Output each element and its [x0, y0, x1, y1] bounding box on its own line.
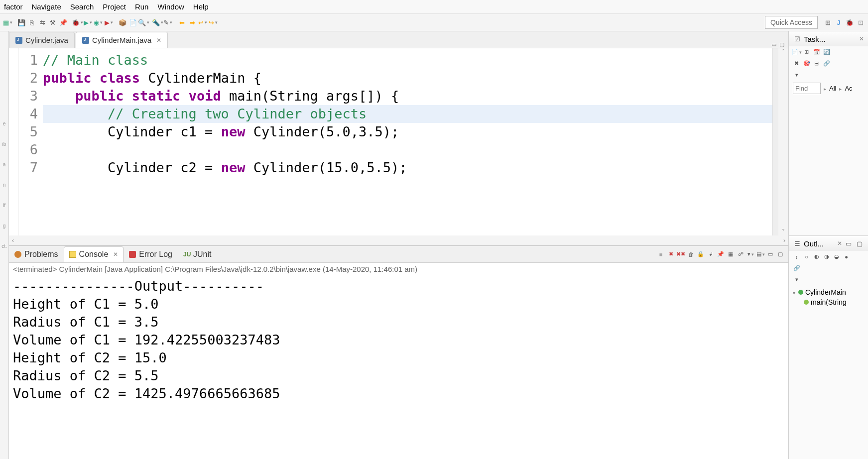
view-menu-icon[interactable]: ▾ — [793, 71, 800, 79]
task-filter-all[interactable]: All — [829, 85, 836, 92]
menu-search[interactable]: Search — [69, 1, 95, 12]
overview-ruler[interactable] — [772, 48, 778, 235]
tab-error-log[interactable]: Error Log — [124, 246, 178, 262]
team-perspective-button[interactable]: ⊡ — [856, 18, 865, 27]
synchronize-button[interactable]: 🔄 — [823, 48, 830, 56]
outline-class-node[interactable]: CylinderMain — [793, 287, 864, 297]
console-output[interactable]: ---------------Output---------- Height o… — [9, 275, 779, 459]
maximize-editor-icon[interactable]: ▢ — [779, 41, 784, 48]
hide-nonpublic-button[interactable]: ◑ — [823, 253, 830, 260]
display-console-icon[interactable]: ☍ — [737, 250, 744, 258]
menu-refactor[interactable]: factor — [3, 1, 24, 12]
remove-launch-icon[interactable]: ✖ — [667, 250, 675, 258]
schedule-button[interactable]: 📅 — [813, 48, 820, 56]
annotation-button[interactable]: ✎ — [163, 18, 172, 27]
nav-forward-button[interactable]: ↪ — [209, 18, 218, 27]
new-console-icon[interactable]: ▤ — [756, 250, 764, 258]
tab-junit[interactable]: JU JUnit — [178, 246, 217, 262]
java-perspective-button[interactable]: J — [834, 18, 843, 27]
sort-button[interactable]: ↕ — [793, 253, 800, 260]
show-console-icon[interactable]: ▦ — [727, 250, 735, 258]
maximize-console-icon[interactable]: ▢ — [776, 250, 784, 258]
console-status-line: <terminated> CylinderMain [Java Applicat… — [9, 263, 788, 275]
menu-navigate[interactable]: Navigate — [31, 1, 62, 12]
outline-method-node[interactable]: main(String — [793, 297, 864, 307]
link-button[interactable]: 🔗 — [823, 60, 830, 67]
hide-completed-button[interactable]: ✖ — [793, 60, 800, 67]
minimize-outline-icon[interactable]: ▭ — [844, 239, 853, 248]
save-button[interactable]: 💾 — [17, 18, 26, 27]
console-scrollbar[interactable] — [779, 275, 788, 459]
back-button[interactable]: ⬅ — [177, 18, 186, 27]
expand-toggle-icon[interactable] — [793, 288, 796, 296]
search-toolbar-button[interactable]: 🔦 — [153, 18, 162, 27]
forward-button[interactable]: ➡ — [188, 18, 197, 27]
tab-console[interactable]: Console ✕ — [64, 246, 124, 262]
toggle-button[interactable]: ⇆ — [38, 18, 47, 27]
hide-local-button[interactable]: ◒ — [833, 253, 840, 260]
error-log-icon — [129, 251, 136, 258]
focus-button[interactable]: 🎯 — [803, 60, 810, 67]
save-all-button[interactable]: ⎘ — [27, 18, 36, 27]
debug-perspective-button[interactable]: 🐞 — [845, 18, 854, 27]
open-perspective-button[interactable]: ⊞ — [823, 18, 832, 27]
task-list-title: Task... — [804, 35, 825, 43]
open-type-button[interactable]: 🔍 — [139, 18, 148, 27]
new-button[interactable]: ▤ — [3, 18, 12, 27]
clear-console-icon[interactable]: 🗑 — [687, 250, 695, 258]
remove-all-icon[interactable]: ✖✖ — [677, 250, 685, 258]
code-editor[interactable]: 1 2 3 4 5 6 7 // Main classpublic class … — [9, 48, 788, 235]
nav-back-button[interactable]: ↩ — [198, 18, 207, 27]
link-outline-button[interactable]: 🔗 — [793, 264, 800, 272]
bottom-tab-bar: Problems Console ✕ Error Log JU JUnit ■ — [9, 246, 788, 263]
categorize-button[interactable]: ⊞ — [803, 48, 810, 56]
scroll-up-icon[interactable]: ˄ — [782, 48, 785, 55]
word-wrap-icon[interactable]: ↲ — [707, 250, 715, 258]
close-console-icon[interactable]: ✕ — [113, 251, 118, 258]
new-task-button[interactable]: 📄 — [793, 48, 800, 56]
minimize-editor-icon[interactable]: ▭ — [771, 41, 776, 48]
minimize-console-icon[interactable]: ▭ — [766, 250, 774, 258]
tab-problems[interactable]: Problems — [9, 246, 64, 262]
bottom-panel: Problems Console ✕ Error Log JU JUnit ■ — [9, 245, 788, 459]
terminate-icon[interactable]: ■ — [657, 250, 665, 258]
hide-static-button[interactable]: ◐ — [813, 253, 820, 260]
focus-outline-button[interactable]: ● — [843, 253, 850, 260]
quick-access-input[interactable]: Quick Access — [765, 16, 818, 29]
build-button[interactable]: ⚒ — [48, 18, 57, 27]
editor-tab-cylinder[interactable]: Cylinder.java — [9, 32, 75, 48]
menu-window[interactable]: Window — [156, 1, 185, 12]
scroll-right-icon[interactable]: › — [783, 237, 785, 244]
ext-tools-button[interactable]: ▶ — [104, 18, 113, 27]
debug-button[interactable]: 🐞 — [73, 18, 82, 27]
pin-button[interactable]: 📌 — [59, 18, 68, 27]
coverage-button[interactable]: ◉ — [94, 18, 103, 27]
pin-console-icon[interactable]: 📌 — [717, 250, 725, 258]
close-tab-icon[interactable]: ✕ — [156, 37, 161, 44]
editor-horizontal-scrollbar[interactable]: ‹ › — [9, 235, 788, 245]
menu-run[interactable]: Run — [134, 1, 150, 12]
outline-menu-icon[interactable]: ▾ — [793, 276, 800, 283]
close-task-view-icon[interactable]: ✕ — [859, 35, 864, 42]
editor-vertical-scrollbar[interactable]: ˄ ˅ — [778, 48, 788, 235]
open-console-icon[interactable]: ▾ — [746, 250, 754, 258]
new-class-button[interactable]: 📄 — [128, 18, 137, 27]
new-package-button[interactable]: 📦 — [118, 18, 127, 27]
close-outline-view-icon[interactable]: ✕ — [837, 240, 842, 247]
menu-project[interactable]: Project — [102, 1, 127, 12]
editor-tab-cylindermain[interactable]: CylinderMain.java ✕ — [76, 32, 168, 48]
scroll-left-icon[interactable]: ‹ — [12, 237, 14, 244]
right-sidebar: ☑ Task... ✕ 📄 ⊞ 📅 🔄 ✖ 🎯 ⊟ 🔗 ▾ — [788, 31, 868, 459]
scroll-down-icon[interactable]: ˅ — [782, 229, 785, 235]
main-toolbar: ▤ 💾 ⎘ ⇆ ⚒ 📌 🐞 ▶ ◉ ▶ 📦 📄 🔍 🔦 ✎ ⬅ ➡ ↩ ↪ Qu… — [0, 14, 868, 31]
task-filter-activate[interactable]: Ac — [845, 85, 852, 92]
folding-gutter[interactable] — [9, 48, 19, 235]
hide-fields-button[interactable]: ○ — [803, 253, 810, 260]
run-button[interactable]: ▶ — [83, 18, 92, 27]
menu-help[interactable]: Help — [192, 1, 210, 12]
scroll-lock-icon[interactable]: 🔒 — [697, 250, 705, 258]
task-find-input[interactable] — [793, 83, 821, 94]
maximize-outline-icon[interactable]: ▢ — [855, 239, 864, 248]
collapse-button[interactable]: ⊟ — [813, 60, 820, 67]
code-content[interactable]: // Main classpublic class CylinderMain {… — [43, 48, 772, 235]
